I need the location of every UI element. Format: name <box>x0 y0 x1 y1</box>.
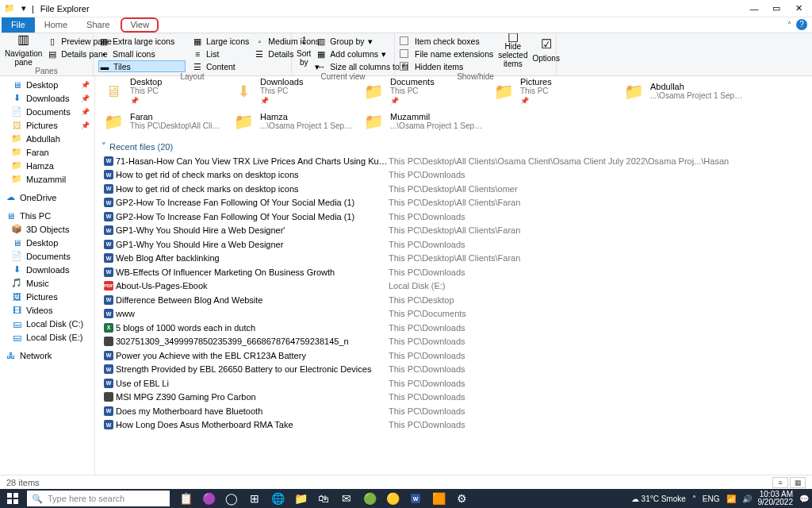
folder-icon: 📁 <box>102 110 125 133</box>
tray-notifications-icon[interactable]: 💬 <box>799 495 809 503</box>
ribbon-collapse-icon[interactable]: ˄ <box>787 21 791 29</box>
taskbar-cortana[interactable]: ◯ <box>220 489 243 508</box>
frequent-folder[interactable]: 📁Muzammil...\Osama Project 1 Septe... <box>362 108 485 135</box>
nav-network[interactable]: 🖧Network <box>0 348 94 362</box>
layout-xl[interactable]: ▦Extra large icons <box>98 35 186 47</box>
nav-item[interactable]: 🖼Pictures📌 <box>0 118 94 132</box>
recent-file-row[interactable]: 302751309_3499997850235399_6668678764759… <box>102 335 806 349</box>
hide-selected-button[interactable]: ☐Hide selected items <box>498 35 527 67</box>
recent-file-row[interactable]: WUse of EBL LiThis PC\Downloads <box>102 376 806 391</box>
recent-file-row[interactable]: WDifference Between Blog And WebsiteThis… <box>102 293 806 307</box>
layout-large[interactable]: ▦Large icons <box>192 35 249 47</box>
minimize-button[interactable]: — <box>749 3 760 14</box>
recent-file-row[interactable]: W71-Hasan-How Can You View TRX Live Pric… <box>102 154 806 168</box>
taskbar-taskview[interactable]: ⊞ <box>243 489 266 508</box>
tab-view[interactable]: View <box>121 17 159 33</box>
frequent-folder[interactable]: 📁Abdullah...\Osama Project 1 Septe... <box>622 78 745 105</box>
sortby-button[interactable]: ↕Sort by <box>297 35 311 67</box>
search-box[interactable]: 🔍Type here to search <box>27 491 170 506</box>
recent-file-row[interactable]: WHow to get rid of check marks on deskto… <box>102 182 806 196</box>
nav-item[interactable]: 🎞Videos <box>0 303 94 317</box>
nav-thispc[interactable]: 🖥This PC <box>0 209 94 222</box>
tab-share[interactable]: Share <box>77 17 119 33</box>
taskbar-store[interactable]: 🛍 <box>312 489 335 508</box>
taskbar-explorer[interactable]: 📁 <box>289 489 312 508</box>
nav-item[interactable]: 🖴Local Disk (E:) <box>0 330 94 344</box>
weather-widget[interactable]: ☁ 31°C Smoke <box>631 495 686 503</box>
qat-dropdown-icon[interactable]: ▾ <box>17 2 30 15</box>
taskbar-word[interactable]: W <box>404 489 427 508</box>
taskbar-app[interactable]: 🟣 <box>197 489 220 508</box>
nav-item[interactable]: 📁Hamza <box>0 159 94 172</box>
hidden-items-toggle[interactable]: ✓Hidden items <box>400 60 493 72</box>
nav-item[interactable]: 🎵Music <box>0 276 94 290</box>
help-icon[interactable]: ? <box>796 19 807 30</box>
nav-item[interactable]: 🖥Desktop <box>0 236 94 249</box>
tray-volume-icon[interactable]: 🔊 <box>742 495 752 503</box>
frequent-folder[interactable]: ⬇DownloadsThis PC📌 <box>232 78 355 105</box>
item-checkboxes-toggle[interactable]: Item check boxes <box>400 35 493 47</box>
nav-item[interactable]: 📦3D Objects <box>0 222 94 236</box>
recent-file-row[interactable]: WWB-Effects Of Influencer Marketing On B… <box>102 265 806 279</box>
taskbar-mail[interactable]: ✉ <box>335 489 358 508</box>
nav-item[interactable]: ⬇Downloads📌 <box>0 91 94 105</box>
maximize-button[interactable]: ▭ <box>771 3 782 14</box>
recent-file-row[interactable]: WWeb Blog After backlinkingThis PC\Deskt… <box>102 252 806 266</box>
frequent-folder[interactable]: 📁PicturesThis PC📌 <box>492 78 615 105</box>
nav-item[interactable]: ⬇Downloads <box>0 263 94 276</box>
taskbar-edge[interactable]: 🌐 <box>266 489 289 508</box>
taskbar-settings[interactable]: ⚙ <box>450 489 473 508</box>
recent-file-row[interactable]: WGP1-Why You Should Hire a Web Designer'… <box>102 224 806 238</box>
recent-file-row[interactable]: WStrength Provided by EBL 26650 Battery … <box>102 363 806 377</box>
navigation-tree[interactable]: 🖥Desktop📌⬇Downloads📌📄Documents📌🖼Pictures… <box>0 76 95 476</box>
layout-tiles[interactable]: ▬Tiles <box>98 60 186 72</box>
close-button[interactable]: ✕ <box>793 3 804 14</box>
tray-wifi-icon[interactable]: 📶 <box>726 495 736 503</box>
start-button[interactable] <box>0 489 25 508</box>
taskbar-chrome2[interactable]: 🟡 <box>381 489 404 508</box>
nav-item[interactable]: 📄Documents <box>0 249 94 263</box>
recent-file-row[interactable]: WHow to get rid of check marks on deskto… <box>102 168 806 183</box>
recent-file-row[interactable]: WHow Long Does Asus Motherboard RMA Take… <box>102 418 806 433</box>
taskbar-chrome[interactable]: 🟢 <box>358 489 381 508</box>
layout-list[interactable]: ≡List <box>192 48 219 60</box>
nav-item[interactable]: 🖼Pictures <box>0 290 94 303</box>
tray-chevron-icon[interactable]: ˄ <box>692 495 696 503</box>
view-details-button[interactable]: ≡ <box>772 477 788 488</box>
recent-file-row[interactable]: WGP2-How To Increase Fan Following Of Yo… <box>102 196 806 210</box>
nav-item[interactable]: 🖴Local Disk (C:) <box>0 317 94 330</box>
recent-file-row[interactable]: WGP2-How To Increase Fan Following Of Yo… <box>102 210 806 224</box>
navigation-pane-button[interactable]: ▥ Navigation pane <box>5 35 42 67</box>
recent-file-row[interactable]: MSI MPG Z390 Gaming Pro CarbonThis PC\Do… <box>102 391 806 405</box>
taskbar-app2[interactable]: 🟧 <box>427 489 450 508</box>
recent-file-row[interactable]: WDoes my Motherboard have BluetoothThis … <box>102 404 806 418</box>
nav-onedrive[interactable]: ☁OneDrive <box>0 190 94 204</box>
folder-icon: 🎵 <box>11 278 22 288</box>
frequent-folder[interactable]: 📁Hamza...\Osama Project 1 Septe... <box>232 108 355 135</box>
recent-file-row[interactable]: WwwwThis PC\Documents <box>102 307 806 321</box>
nav-item[interactable]: 🖥Desktop📌 <box>0 78 94 91</box>
layout-small[interactable]: ▪Small icons <box>98 48 186 60</box>
file-extensions-toggle[interactable]: File name extensions <box>400 48 493 60</box>
frequent-folder[interactable]: 🖥DesktopThis PC📌 <box>102 78 225 105</box>
nav-item[interactable]: 📁Faran <box>0 145 94 159</box>
tray-language[interactable]: ENG <box>703 495 720 503</box>
nav-item[interactable]: 📄Documents📌 <box>0 105 94 118</box>
tab-home[interactable]: Home <box>35 17 77 33</box>
options-button[interactable]: ☑Options <box>532 35 559 67</box>
view-tiles-button[interactable]: ▦ <box>790 477 806 488</box>
recent-files-header[interactable]: ˅Recent files (20) <box>102 140 806 154</box>
window-title: File Explorer <box>40 4 90 13</box>
recent-file-row[interactable]: WPower you Achieve with the EBL CR123A B… <box>102 348 806 363</box>
recent-file-row[interactable]: WGP1-Why You Should Hire a Web DesignerT… <box>102 237 806 252</box>
tray-clock[interactable]: 10:03 AM9/20/2022 <box>758 491 794 506</box>
nav-item[interactable]: 📁Muzammil <box>0 172 94 186</box>
taskbar-app[interactable]: 📋 <box>174 489 197 508</box>
tab-file[interactable]: File <box>2 17 35 33</box>
recent-file-row[interactable]: X5 blogs of 1000 words each in dutchThis… <box>102 321 806 335</box>
layout-content[interactable]: ☰Content <box>192 60 236 72</box>
frequent-folder[interactable]: 📁DocumentsThis PC📌 <box>362 78 485 105</box>
frequent-folder[interactable]: 📁FaranThis PC\Desktop\All Clients <box>102 108 225 135</box>
recent-file-row[interactable]: PDFAbout-Us-Pages-EbookLocal Disk (E:) <box>102 279 806 294</box>
nav-item[interactable]: 📁Abdullah <box>0 132 94 145</box>
